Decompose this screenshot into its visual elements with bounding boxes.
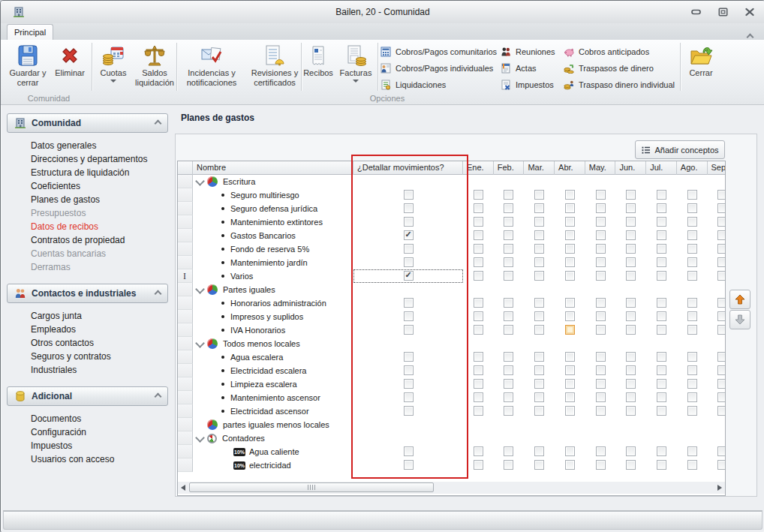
month-cell-ene[interactable] [463,445,494,458]
checkbox-unchecked[interactable] [596,217,606,227]
month-cell-ene[interactable] [463,431,494,445]
row-selector-cell[interactable] [178,310,193,323]
month-cell-may[interactable] [585,458,616,472]
detallar-cell[interactable] [353,391,463,404]
month-cell-jun[interactable] [615,418,646,431]
table-row-iva-honorarios[interactable]: IVA Honorarios [178,323,726,337]
month-cell-jul[interactable] [646,202,677,215]
checkbox-unchecked[interactable] [404,325,414,335]
checkbox-unchecked[interactable] [657,271,666,281]
checkbox-unchecked[interactable] [404,298,414,308]
month-cell-may[interactable] [585,404,616,418]
checkbox-unchecked[interactable] [717,379,726,389]
checkbox-unchecked[interactable] [717,352,726,362]
detallar-cell[interactable] [353,458,463,472]
checkbox-unchecked[interactable] [534,257,544,267]
tree-cell[interactable]: partes iguales menos locales [193,418,353,431]
detallar-cell[interactable] [353,431,463,445]
checkbox-unchecked[interactable] [534,217,544,227]
checkbox-unchecked[interactable] [534,406,544,416]
month-cell-feb[interactable] [494,323,525,337]
checkbox-unchecked[interactable] [687,190,697,200]
table-row-escritura[interactable]: Escritura [178,175,726,188]
month-cell-ene[interactable] [463,283,494,296]
checkbox-unchecked[interactable] [474,365,483,375]
checkbox-unchecked[interactable] [687,392,697,402]
month-cell-mar[interactable] [524,404,555,418]
month-cell-may[interactable] [585,188,616,202]
checkbox-unchecked[interactable] [404,190,414,200]
grid-header-month-may[interactable]: May. [585,161,616,175]
month-cell-feb[interactable] [494,391,525,404]
month-cell-ago[interactable] [677,445,708,458]
grid-header-month-ago[interactable]: Ago. [677,161,708,175]
checkbox-unchecked[interactable] [687,365,697,375]
table-row-todos-menos-locales[interactable]: Todos menos locales [178,337,726,350]
checkbox-unchecked[interactable] [474,379,483,389]
checkbox-unchecked[interactable] [717,325,726,335]
detallar-cell[interactable] [353,283,463,296]
table-row-gastos-bancarios[interactable]: Gastos Bancarios [178,229,726,242]
table-row-electricidad[interactable]: 10%electricidad [178,458,726,472]
grid-header-month-mar[interactable]: Mar. [524,161,555,175]
checkbox-unchecked[interactable] [626,460,636,470]
row-selector-cell[interactable] [178,458,193,472]
checkbox-unchecked[interactable] [626,257,636,267]
month-cell-sep[interactable] [708,404,726,418]
month-cell-mar[interactable] [524,175,555,188]
month-cell-may[interactable] [585,256,616,269]
checkbox-unchecked[interactable] [565,271,575,281]
table-row-mantenimiento-ascensor[interactable]: Mantenimiento ascensor [178,391,726,404]
month-cell-ago[interactable] [677,377,708,391]
month-cell-sep[interactable] [708,377,726,391]
detallar-cell[interactable] [353,188,463,202]
month-cell-feb[interactable] [494,431,525,445]
checkbox-unchecked[interactable] [534,298,544,308]
month-cell-abr[interactable] [555,458,585,472]
month-cell-jun[interactable] [615,175,646,188]
checkbox-unchecked[interactable] [565,352,575,362]
month-cell-ene[interactable] [463,364,494,377]
checkbox-unchecked[interactable] [534,379,544,389]
table-row-seguro-multiriesgo[interactable]: Seguro multiriesgo [178,188,726,202]
month-cell-abr[interactable] [555,283,585,296]
month-cell-jul[interactable] [646,458,677,472]
ribbon-button-revisiones-y-certificados[interactable]: Revisiones y certificados [247,42,302,92]
checkbox-unchecked[interactable] [596,311,606,321]
tree-cell[interactable]: 10%Agua caliente [193,445,353,458]
checkbox-unchecked[interactable] [626,244,636,254]
checkbox-unchecked[interactable] [717,244,726,254]
month-cell-ago[interactable] [677,296,708,310]
month-cell-abr[interactable] [555,242,585,256]
month-cell-jul[interactable] [646,391,677,404]
month-cell-mar[interactable] [524,229,555,242]
month-cell-abr[interactable] [555,215,585,229]
month-cell-may[interactable] [585,350,616,364]
month-cell-jun[interactable] [615,296,646,310]
checkbox-unchecked[interactable] [534,446,544,456]
tree-cell[interactable]: Varios [193,269,353,283]
checkbox-unchecked[interactable] [657,379,666,389]
checkbox-unchecked[interactable] [404,446,414,456]
sidebar-section-contactos-e-industriales[interactable]: Contactos e industriales [7,284,168,303]
grid-header-month-jul[interactable]: Jul. [646,161,677,175]
month-cell-jun[interactable] [615,283,646,296]
add-concepts-button[interactable]: Añadir conceptos [635,140,725,159]
checkbox-unchecked[interactable] [534,244,544,254]
checkbox-unchecked[interactable] [687,311,697,321]
checkbox-unchecked[interactable] [657,244,666,254]
checkbox-unchecked[interactable] [596,271,606,281]
tree-expander-icon[interactable] [195,433,205,443]
month-cell-jun[interactable] [615,256,646,269]
month-cell-ene[interactable] [463,215,494,229]
checkbox-unchecked[interactable] [717,311,726,321]
checkbox-unchecked[interactable] [404,352,414,362]
month-cell-may[interactable] [585,229,616,242]
minimize-button[interactable] [690,7,702,17]
grid-header-month-ene[interactable]: Ene. [463,161,494,175]
checkbox-hover[interactable] [565,325,575,335]
checkbox-unchecked[interactable] [565,257,575,267]
month-cell-jul[interactable] [646,418,677,431]
grid-header-nombre[interactable]: Nombre [193,161,353,175]
grid-header-month-feb[interactable]: Feb. [494,161,525,175]
